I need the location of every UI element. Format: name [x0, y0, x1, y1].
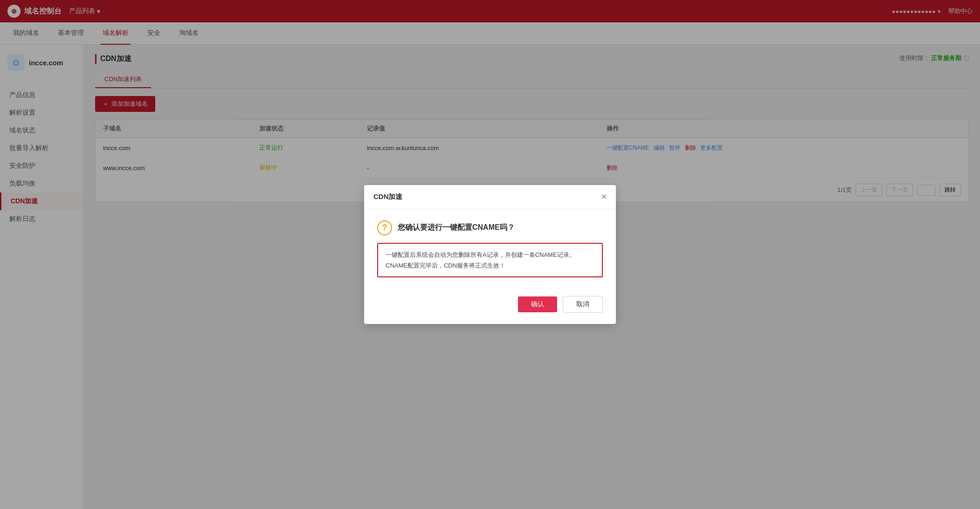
dialog-title: CDN加速: [373, 193, 403, 201]
dialog-header: CDN加速 ×: [364, 185, 616, 209]
cdn-confirm-dialog: CDN加速 × ? 您确认要进行一键配置CNAME吗？ 一键配置后系统会自动为您…: [364, 185, 616, 324]
question-icon: ?: [377, 220, 392, 235]
dialog-title-row: ? 您确认要进行一键配置CNAME吗？: [377, 220, 603, 235]
modal-overlay: CDN加速 × ? 您确认要进行一键配置CNAME吗？ 一键配置后系统会自动为您…: [0, 0, 980, 509]
dialog-warn-box: 一键配置后系统会自动为您删除所有A记录，并创建一条CNAME记录。 CNAME配…: [377, 243, 603, 278]
dialog-warn-line2: CNAME配置完毕后，CDN服务将正式生效！: [386, 260, 594, 271]
confirm-button[interactable]: 确认: [518, 296, 557, 312]
cancel-button[interactable]: 取消: [563, 296, 603, 313]
dialog-body: ? 您确认要进行一键配置CNAME吗？ 一键配置后系统会自动为您删除所有A记录，…: [364, 209, 616, 289]
dialog-footer: 确认 取消: [364, 289, 616, 324]
dialog-warn-line1: 一键配置后系统会自动为您删除所有A记录，并创建一条CNAME记录。: [386, 249, 594, 260]
dialog-close-button[interactable]: ×: [601, 193, 607, 201]
dialog-main-question: 您确认要进行一键配置CNAME吗？: [398, 223, 515, 233]
